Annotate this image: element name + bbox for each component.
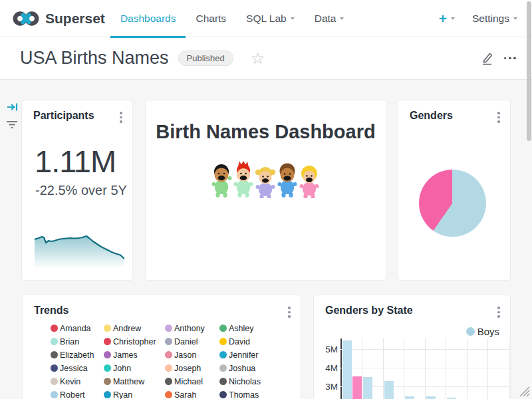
y-tick-5m: 5M <box>317 344 338 354</box>
legend-item-kevin[interactable]: Kevin <box>51 378 104 385</box>
gridline <box>340 349 511 350</box>
boys-legend-label: Boys <box>477 326 499 337</box>
legend-dot <box>104 391 111 398</box>
legend-item-brian[interactable]: Brian <box>51 338 104 345</box>
gridline <box>487 338 488 399</box>
legend-name: Kevin <box>60 377 80 386</box>
nav-item-label: Dashboards <box>120 13 176 25</box>
expand-filter-bar-icon[interactable] <box>7 101 19 113</box>
legend-name: Thomas <box>229 390 259 399</box>
legend-item-ashley[interactable]: Ashley <box>219 325 279 332</box>
legend-name: Anthony <box>174 324 205 333</box>
legend-dot <box>104 338 111 345</box>
legend-dot <box>165 378 172 385</box>
legend-item-jennifer[interactable]: Jennifer <box>219 351 279 358</box>
star-icon[interactable]: ☆ <box>251 51 265 66</box>
gridline <box>425 338 426 399</box>
legend-name: James <box>113 350 138 360</box>
new-item-button[interactable]: + <box>439 11 455 25</box>
legend-item-joshua[interactable]: Joshua <box>219 364 279 372</box>
legend-dot <box>219 364 227 372</box>
legend-item-anthony[interactable]: Anthony <box>165 325 219 332</box>
ellipsis-menu-icon[interactable] <box>504 57 516 60</box>
participants-card: Participants 1.11M -22.5% over 5Y <box>21 100 133 281</box>
y-axis-line <box>340 338 342 399</box>
legend-item-jessica[interactable]: Jessica <box>51 364 104 372</box>
settings-menu[interactable]: Settings <box>472 13 517 25</box>
trends-legend: AmandaAndrewAnthonyAshleyBrianChristophe… <box>51 325 279 398</box>
kebab-menu-icon[interactable] <box>495 110 502 125</box>
legend-item-christopher[interactable]: Christopher <box>104 338 165 345</box>
legend-name: Joseph <box>174 364 201 373</box>
gridline <box>446 338 446 399</box>
legend-item-david[interactable]: David <box>219 338 279 345</box>
legend-item-elizabeth[interactable]: Elizabeth <box>51 351 104 358</box>
published-badge[interactable]: Published <box>178 51 233 66</box>
gridline <box>404 338 404 399</box>
gridline <box>509 338 509 399</box>
legend-item-jason[interactable]: Jason <box>165 351 219 358</box>
resize-handle-icon[interactable] <box>519 386 531 398</box>
legend-item-daniel[interactable]: Daniel <box>165 338 219 345</box>
legend-item-sarah[interactable]: Sarah <box>165 391 219 398</box>
nav-item-data[interactable]: Data <box>305 0 354 37</box>
chevron-down-icon <box>451 17 455 20</box>
kebab-menu-icon[interactable] <box>118 110 124 125</box>
big-number-value: 1.11M <box>35 143 116 180</box>
legend-item-joseph[interactable]: Joseph <box>165 364 219 372</box>
nav-item-charts[interactable]: Charts <box>186 0 236 37</box>
bar-boys <box>384 381 394 399</box>
card-title: Participants <box>33 110 94 122</box>
legend-dot <box>219 338 227 345</box>
y-tick-4m: 4M <box>317 363 338 373</box>
markdown-heading: Birth Names Dashboard <box>146 121 386 143</box>
legend-name: John <box>113 364 131 373</box>
legend-item-nicholas[interactable]: Nicholas <box>219 378 279 385</box>
legend-name: Jessica <box>60 364 88 373</box>
legend-item-matthew[interactable]: Matthew <box>104 378 165 385</box>
genders-by-state-card: Genders by State Boys 5M 4M 3M <box>313 295 511 399</box>
legend-item-ryan[interactable]: Ryan <box>104 391 165 398</box>
legend-name: Andrew <box>113 324 141 333</box>
legend-dot <box>219 378 227 385</box>
legend-dot <box>219 391 227 398</box>
top-nav: Superset DashboardsChartsSQL LabData + S… <box>0 0 532 37</box>
legend-name: Sarah <box>174 390 196 399</box>
legend-dot <box>219 351 227 358</box>
legend-dot <box>51 391 58 398</box>
superset-logo-icon[interactable] <box>12 9 40 29</box>
legend-name: Jennifer <box>229 350 258 360</box>
legend-item-michael[interactable]: Michael <box>165 378 219 385</box>
legend-dot <box>51 351 58 358</box>
scrollbar-thumb[interactable] <box>527 1 531 141</box>
filter-list-icon[interactable] <box>6 120 18 130</box>
legend-item-amanda[interactable]: Amanda <box>51 325 104 332</box>
boys-legend-dot <box>466 327 475 336</box>
legend-item-john[interactable]: John <box>104 364 165 372</box>
legend-name: Matthew <box>113 377 144 386</box>
legend-item-robert[interactable]: Robert <box>51 391 104 398</box>
legend-name: Brian <box>60 337 79 346</box>
legend-name: Michael <box>174 377 203 386</box>
boys-legend-item[interactable]: Boys <box>466 326 499 337</box>
nav-item-sql-lab[interactable]: SQL Lab <box>236 0 305 37</box>
chevron-down-icon <box>513 17 517 20</box>
legend-item-thomas[interactable]: Thomas <box>219 391 279 398</box>
legend-dot <box>51 364 58 372</box>
legend-item-andrew[interactable]: Andrew <box>104 325 165 332</box>
dashboard-grid: Participants 1.11M -22.5% over 5Y Birth … <box>0 80 532 399</box>
legend-name: Ashley <box>229 324 254 333</box>
kebab-menu-icon[interactable] <box>495 305 502 320</box>
bar-boys <box>405 396 414 399</box>
dashboard-header: USA Births Names Published ☆ <box>0 37 532 80</box>
kids-illustration <box>211 162 321 198</box>
legend-dot <box>165 338 172 345</box>
legend-name: Elizabeth <box>60 350 94 360</box>
nav-item-dashboards[interactable]: Dashboards <box>110 0 186 37</box>
legend-dot <box>104 378 111 385</box>
brand-text[interactable]: Superset <box>45 11 105 27</box>
genders-pie-chart <box>419 170 486 237</box>
legend-item-james[interactable]: James <box>104 351 165 358</box>
edit-pencil-icon[interactable] <box>481 52 493 65</box>
kebab-menu-icon[interactable] <box>286 305 293 320</box>
